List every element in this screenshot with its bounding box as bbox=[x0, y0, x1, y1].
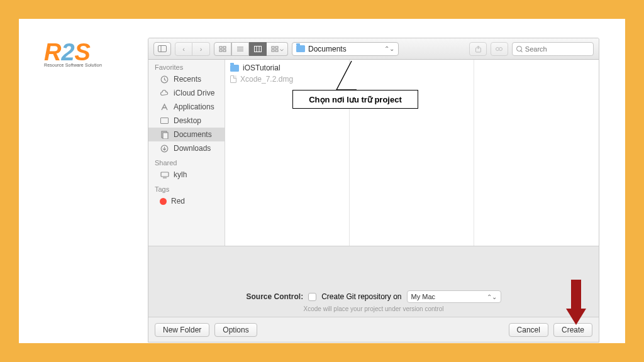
sidebar-item-desktop[interactable]: Desktop bbox=[148, 114, 225, 128]
svg-rect-13 bbox=[275, 47, 278, 48]
svg-rect-26 bbox=[161, 172, 169, 177]
annotation-callout: Chọn nơi lưu trữ project bbox=[292, 90, 418, 109]
applications-icon bbox=[160, 103, 169, 111]
sidebar-item-label: Downloads bbox=[174, 144, 211, 153]
shared-header: Shared bbox=[148, 155, 225, 168]
sidebar-item-recents[interactable]: Recents bbox=[148, 72, 225, 86]
search-field[interactable] bbox=[512, 42, 594, 56]
column-view-button[interactable] bbox=[249, 42, 267, 56]
search-input[interactable] bbox=[525, 45, 589, 53]
tag-icon bbox=[496, 46, 503, 52]
tags-header: Tags bbox=[148, 182, 225, 194]
chevron-left-icon: ‹ bbox=[182, 45, 185, 53]
svg-point-18 bbox=[496, 47, 499, 50]
file-column-3[interactable] bbox=[474, 60, 599, 246]
folder-icon bbox=[230, 65, 239, 72]
callout-text: Chọn nơi lưu trữ project bbox=[309, 95, 402, 104]
documents-icon bbox=[160, 131, 169, 139]
svg-rect-14 bbox=[272, 50, 274, 52]
sidebar-item-label: Applications bbox=[174, 102, 214, 111]
updown-icon: ⌃⌄ bbox=[384, 45, 394, 52]
downloads-icon bbox=[160, 145, 169, 153]
clock-icon bbox=[160, 75, 169, 84]
file-icon bbox=[230, 75, 236, 83]
sidebar-item-shared-kylh[interactable]: kylh bbox=[148, 168, 225, 182]
new-folder-button[interactable]: New Folder bbox=[155, 323, 209, 337]
svg-rect-12 bbox=[272, 47, 274, 48]
back-button[interactable]: ‹ bbox=[175, 42, 192, 56]
sidebar-item-tag-red[interactable]: Red bbox=[148, 194, 225, 208]
list-icon bbox=[236, 46, 244, 52]
file-name: Xcode_7.2.dmg bbox=[240, 75, 293, 84]
sidebar-toggle-button[interactable] bbox=[153, 42, 171, 56]
grid-icon bbox=[219, 46, 226, 52]
sidebar-item-icloud[interactable]: iCloud Drive bbox=[148, 86, 225, 100]
sidebar-item-label: kylh bbox=[174, 170, 187, 179]
source-control-hint: Xcode will place your project under vers… bbox=[148, 305, 599, 312]
chevron-right-icon: › bbox=[200, 45, 203, 53]
sidebar-item-documents[interactable]: Documents bbox=[148, 128, 225, 141]
share-icon bbox=[475, 45, 482, 53]
git-location-dropdown[interactable]: My Mac ⌃⌄ bbox=[407, 290, 501, 303]
tags-button[interactable] bbox=[491, 42, 508, 56]
svg-point-19 bbox=[499, 47, 502, 50]
list-view-button[interactable] bbox=[231, 42, 249, 56]
chevron-down-icon: ⌵ bbox=[280, 45, 284, 52]
toolbar: ‹ › ⌵ Documents bbox=[148, 38, 599, 60]
cloud-icon bbox=[160, 89, 169, 97]
sidebar-icon bbox=[158, 45, 167, 52]
logo: R 2 S Resource Software Solution bbox=[44, 43, 107, 67]
git-checkbox-label: Create Git repository on bbox=[321, 292, 401, 301]
button-bar: New Folder Options Cancel Create bbox=[148, 317, 599, 342]
cancel-button[interactable]: Cancel bbox=[509, 323, 548, 337]
sidebar-item-downloads[interactable]: Downloads bbox=[148, 141, 225, 155]
sidebar-item-label: Recents bbox=[174, 75, 201, 84]
svg-rect-5 bbox=[223, 50, 226, 52]
list-item[interactable]: iOSTutorial bbox=[225, 62, 349, 74]
svg-rect-4 bbox=[219, 50, 222, 52]
file-browser: iOSTutorial Xcode_7.2.dmg bbox=[225, 60, 599, 246]
svg-rect-9 bbox=[255, 46, 262, 52]
file-name: iOSTutorial bbox=[243, 63, 280, 72]
search-icon bbox=[516, 46, 522, 52]
save-dialog-window: ‹ › ⌵ Documents bbox=[148, 38, 599, 343]
options-button[interactable]: Options bbox=[214, 323, 257, 337]
source-control-label: Source Control: bbox=[246, 292, 303, 301]
svg-rect-0 bbox=[158, 46, 167, 52]
sidebar: Favorites Recents iCloud Drive Applicati… bbox=[148, 60, 225, 246]
sidebar-item-label: iCloud Drive bbox=[174, 89, 214, 97]
path-label: Documents bbox=[308, 45, 381, 53]
logo-tagline: Resource Software Solution bbox=[44, 63, 107, 67]
favorites-header: Favorites bbox=[148, 60, 225, 72]
nav-segment: ‹ › bbox=[175, 42, 210, 56]
callout-pointer bbox=[331, 60, 369, 94]
updown-icon: ⌃⌄ bbox=[487, 293, 497, 300]
svg-rect-2 bbox=[219, 47, 222, 48]
view-segment: ⌵ bbox=[214, 42, 288, 56]
tag-red-icon bbox=[160, 198, 167, 205]
sidebar-item-label: Red bbox=[171, 197, 185, 206]
columns-icon bbox=[254, 46, 262, 52]
svg-rect-15 bbox=[275, 50, 278, 52]
sidebar-item-label: Desktop bbox=[174, 116, 201, 125]
annotation-arrow bbox=[566, 280, 586, 325]
folder-icon bbox=[296, 45, 305, 52]
forward-button[interactable]: › bbox=[192, 42, 210, 56]
path-dropdown[interactable]: Documents ⌃⌄ bbox=[292, 42, 399, 56]
svg-rect-23 bbox=[163, 133, 168, 139]
icon-view-button[interactable] bbox=[214, 42, 231, 56]
gallery-view-button[interactable]: ⌵ bbox=[267, 42, 288, 56]
desktop-icon bbox=[160, 117, 169, 125]
share-button[interactable] bbox=[469, 42, 487, 56]
sidebar-item-label: Documents bbox=[174, 130, 212, 139]
computer-icon bbox=[160, 171, 169, 179]
git-checkbox[interactable] bbox=[308, 293, 316, 301]
sidebar-item-applications[interactable]: Applications bbox=[148, 100, 225, 114]
gallery-icon bbox=[271, 46, 279, 52]
svg-rect-3 bbox=[223, 47, 226, 48]
dropdown-value: My Mac bbox=[411, 293, 436, 300]
list-item[interactable]: Xcode_7.2.dmg bbox=[225, 74, 349, 85]
